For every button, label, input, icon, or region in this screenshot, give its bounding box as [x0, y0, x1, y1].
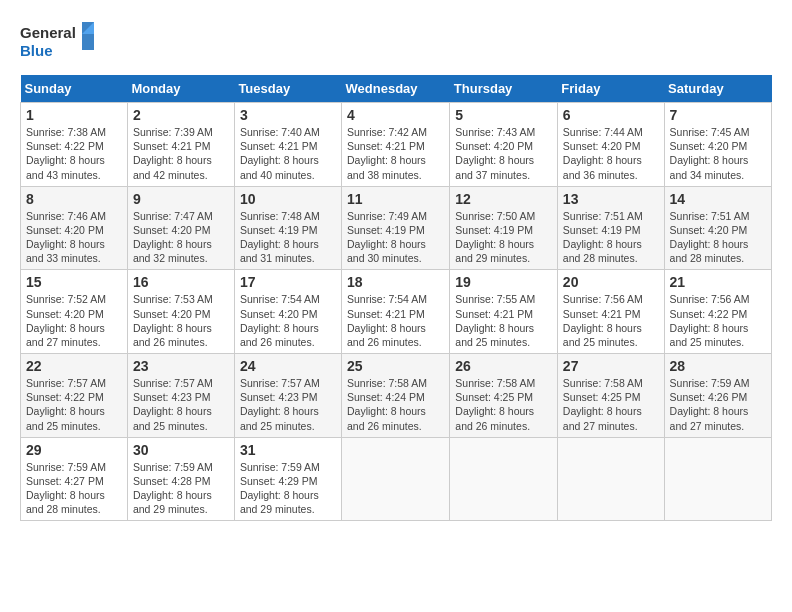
calendar-week-row: 1Sunrise: 7:38 AM Sunset: 4:22 PM Daylig…	[21, 103, 772, 187]
day-number: 29	[26, 442, 122, 458]
weekday-header-sunday: Sunday	[21, 75, 128, 103]
day-number: 23	[133, 358, 229, 374]
calendar-day-cell: 12Sunrise: 7:50 AM Sunset: 4:19 PM Dayli…	[450, 186, 558, 270]
day-info: Sunrise: 7:50 AM Sunset: 4:19 PM Dayligh…	[455, 209, 552, 266]
calendar-week-row: 15Sunrise: 7:52 AM Sunset: 4:20 PM Dayli…	[21, 270, 772, 354]
day-info: Sunrise: 7:45 AM Sunset: 4:20 PM Dayligh…	[670, 125, 766, 182]
calendar-day-cell: 24Sunrise: 7:57 AM Sunset: 4:23 PM Dayli…	[234, 354, 341, 438]
calendar-day-cell: 20Sunrise: 7:56 AM Sunset: 4:21 PM Dayli…	[557, 270, 664, 354]
calendar-day-cell: 14Sunrise: 7:51 AM Sunset: 4:20 PM Dayli…	[664, 186, 771, 270]
day-info: Sunrise: 7:51 AM Sunset: 4:19 PM Dayligh…	[563, 209, 659, 266]
calendar-day-cell: 5Sunrise: 7:43 AM Sunset: 4:20 PM Daylig…	[450, 103, 558, 187]
day-number: 13	[563, 191, 659, 207]
day-info: Sunrise: 7:43 AM Sunset: 4:20 PM Dayligh…	[455, 125, 552, 182]
day-info: Sunrise: 7:59 AM Sunset: 4:26 PM Dayligh…	[670, 376, 766, 433]
day-number: 15	[26, 274, 122, 290]
day-number: 3	[240, 107, 336, 123]
day-info: Sunrise: 7:58 AM Sunset: 4:24 PM Dayligh…	[347, 376, 444, 433]
calendar-day-cell: 17Sunrise: 7:54 AM Sunset: 4:20 PM Dayli…	[234, 270, 341, 354]
day-number: 31	[240, 442, 336, 458]
calendar-day-cell: 1Sunrise: 7:38 AM Sunset: 4:22 PM Daylig…	[21, 103, 128, 187]
day-number: 20	[563, 274, 659, 290]
calendar-day-cell: 23Sunrise: 7:57 AM Sunset: 4:23 PM Dayli…	[127, 354, 234, 438]
weekday-header-friday: Friday	[557, 75, 664, 103]
day-number: 8	[26, 191, 122, 207]
calendar-day-cell: 2Sunrise: 7:39 AM Sunset: 4:21 PM Daylig…	[127, 103, 234, 187]
day-info: Sunrise: 7:59 AM Sunset: 4:27 PM Dayligh…	[26, 460, 122, 517]
calendar-day-cell: 4Sunrise: 7:42 AM Sunset: 4:21 PM Daylig…	[342, 103, 450, 187]
day-info: Sunrise: 7:58 AM Sunset: 4:25 PM Dayligh…	[455, 376, 552, 433]
calendar-day-cell: 8Sunrise: 7:46 AM Sunset: 4:20 PM Daylig…	[21, 186, 128, 270]
day-info: Sunrise: 7:58 AM Sunset: 4:25 PM Dayligh…	[563, 376, 659, 433]
day-number: 27	[563, 358, 659, 374]
calendar-day-cell: 10Sunrise: 7:48 AM Sunset: 4:19 PM Dayli…	[234, 186, 341, 270]
day-info: Sunrise: 7:39 AM Sunset: 4:21 PM Dayligh…	[133, 125, 229, 182]
day-info: Sunrise: 7:59 AM Sunset: 4:28 PM Dayligh…	[133, 460, 229, 517]
day-info: Sunrise: 7:46 AM Sunset: 4:20 PM Dayligh…	[26, 209, 122, 266]
day-number: 26	[455, 358, 552, 374]
calendar-day-cell: 21Sunrise: 7:56 AM Sunset: 4:22 PM Dayli…	[664, 270, 771, 354]
calendar-week-row: 22Sunrise: 7:57 AM Sunset: 4:22 PM Dayli…	[21, 354, 772, 438]
day-number: 24	[240, 358, 336, 374]
day-info: Sunrise: 7:56 AM Sunset: 4:21 PM Dayligh…	[563, 292, 659, 349]
calendar-day-cell: 22Sunrise: 7:57 AM Sunset: 4:22 PM Dayli…	[21, 354, 128, 438]
day-info: Sunrise: 7:56 AM Sunset: 4:22 PM Dayligh…	[670, 292, 766, 349]
day-info: Sunrise: 7:53 AM Sunset: 4:20 PM Dayligh…	[133, 292, 229, 349]
calendar-day-cell: 7Sunrise: 7:45 AM Sunset: 4:20 PM Daylig…	[664, 103, 771, 187]
day-number: 18	[347, 274, 444, 290]
weekday-header-thursday: Thursday	[450, 75, 558, 103]
day-number: 28	[670, 358, 766, 374]
day-number: 16	[133, 274, 229, 290]
day-number: 14	[670, 191, 766, 207]
calendar-week-row: 8Sunrise: 7:46 AM Sunset: 4:20 PM Daylig…	[21, 186, 772, 270]
calendar-day-cell: 19Sunrise: 7:55 AM Sunset: 4:21 PM Dayli…	[450, 270, 558, 354]
logo-svg: General Blue	[20, 20, 100, 65]
day-number: 25	[347, 358, 444, 374]
calendar-header-row: SundayMondayTuesdayWednesdayThursdayFrid…	[21, 75, 772, 103]
calendar-empty-cell	[342, 437, 450, 521]
calendar-day-cell: 29Sunrise: 7:59 AM Sunset: 4:27 PM Dayli…	[21, 437, 128, 521]
day-number: 12	[455, 191, 552, 207]
day-info: Sunrise: 7:47 AM Sunset: 4:20 PM Dayligh…	[133, 209, 229, 266]
calendar-day-cell: 16Sunrise: 7:53 AM Sunset: 4:20 PM Dayli…	[127, 270, 234, 354]
day-info: Sunrise: 7:44 AM Sunset: 4:20 PM Dayligh…	[563, 125, 659, 182]
day-info: Sunrise: 7:57 AM Sunset: 4:22 PM Dayligh…	[26, 376, 122, 433]
page-header: General Blue	[20, 20, 772, 65]
svg-text:Blue: Blue	[20, 42, 53, 59]
calendar-day-cell: 28Sunrise: 7:59 AM Sunset: 4:26 PM Dayli…	[664, 354, 771, 438]
logo: General Blue	[20, 20, 100, 65]
day-number: 7	[670, 107, 766, 123]
day-info: Sunrise: 7:42 AM Sunset: 4:21 PM Dayligh…	[347, 125, 444, 182]
calendar-day-cell: 6Sunrise: 7:44 AM Sunset: 4:20 PM Daylig…	[557, 103, 664, 187]
weekday-header-monday: Monday	[127, 75, 234, 103]
day-number: 6	[563, 107, 659, 123]
calendar-day-cell: 18Sunrise: 7:54 AM Sunset: 4:21 PM Dayli…	[342, 270, 450, 354]
day-info: Sunrise: 7:52 AM Sunset: 4:20 PM Dayligh…	[26, 292, 122, 349]
day-info: Sunrise: 7:57 AM Sunset: 4:23 PM Dayligh…	[240, 376, 336, 433]
day-number: 30	[133, 442, 229, 458]
calendar-empty-cell	[664, 437, 771, 521]
day-info: Sunrise: 7:59 AM Sunset: 4:29 PM Dayligh…	[240, 460, 336, 517]
day-info: Sunrise: 7:55 AM Sunset: 4:21 PM Dayligh…	[455, 292, 552, 349]
calendar-day-cell: 26Sunrise: 7:58 AM Sunset: 4:25 PM Dayli…	[450, 354, 558, 438]
day-info: Sunrise: 7:40 AM Sunset: 4:21 PM Dayligh…	[240, 125, 336, 182]
day-info: Sunrise: 7:48 AM Sunset: 4:19 PM Dayligh…	[240, 209, 336, 266]
day-number: 2	[133, 107, 229, 123]
day-number: 4	[347, 107, 444, 123]
day-number: 17	[240, 274, 336, 290]
day-number: 11	[347, 191, 444, 207]
day-info: Sunrise: 7:57 AM Sunset: 4:23 PM Dayligh…	[133, 376, 229, 433]
calendar-day-cell: 31Sunrise: 7:59 AM Sunset: 4:29 PM Dayli…	[234, 437, 341, 521]
calendar-empty-cell	[450, 437, 558, 521]
day-info: Sunrise: 7:49 AM Sunset: 4:19 PM Dayligh…	[347, 209, 444, 266]
day-info: Sunrise: 7:38 AM Sunset: 4:22 PM Dayligh…	[26, 125, 122, 182]
calendar-day-cell: 9Sunrise: 7:47 AM Sunset: 4:20 PM Daylig…	[127, 186, 234, 270]
svg-text:General: General	[20, 24, 76, 41]
day-info: Sunrise: 7:54 AM Sunset: 4:20 PM Dayligh…	[240, 292, 336, 349]
calendar-day-cell: 3Sunrise: 7:40 AM Sunset: 4:21 PM Daylig…	[234, 103, 341, 187]
day-number: 22	[26, 358, 122, 374]
day-number: 1	[26, 107, 122, 123]
calendar-day-cell: 13Sunrise: 7:51 AM Sunset: 4:19 PM Dayli…	[557, 186, 664, 270]
day-info: Sunrise: 7:54 AM Sunset: 4:21 PM Dayligh…	[347, 292, 444, 349]
calendar-day-cell: 30Sunrise: 7:59 AM Sunset: 4:28 PM Dayli…	[127, 437, 234, 521]
